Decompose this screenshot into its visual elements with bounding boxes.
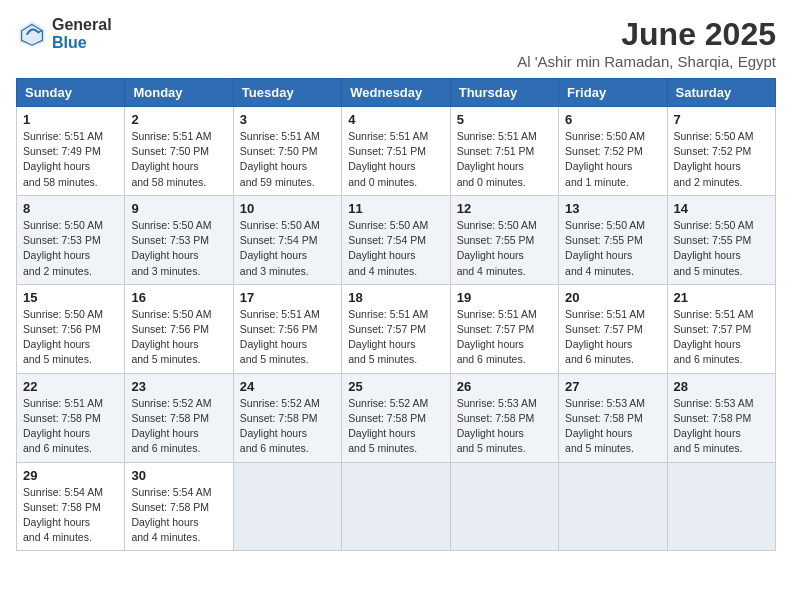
day-info: Sunrise: 5:51 AMSunset: 7:57 PMDaylight … <box>457 307 552 368</box>
day-cell <box>667 462 775 551</box>
week-row-3: 15 Sunrise: 5:50 AMSunset: 7:56 PMDaylig… <box>17 284 776 373</box>
day-info: Sunrise: 5:52 AMSunset: 7:58 PMDaylight … <box>348 396 443 457</box>
day-cell: 26 Sunrise: 5:53 AMSunset: 7:58 PMDaylig… <box>450 373 558 462</box>
header-cell-friday: Friday <box>559 79 667 107</box>
day-info: Sunrise: 5:53 AMSunset: 7:58 PMDaylight … <box>674 396 769 457</box>
day-cell <box>559 462 667 551</box>
day-info: Sunrise: 5:50 AMSunset: 7:56 PMDaylight … <box>131 307 226 368</box>
day-number: 15 <box>23 290 118 305</box>
day-info: Sunrise: 5:50 AMSunset: 7:52 PMDaylight … <box>674 129 769 190</box>
header-cell-tuesday: Tuesday <box>233 79 341 107</box>
day-cell: 9 Sunrise: 5:50 AMSunset: 7:53 PMDayligh… <box>125 195 233 284</box>
day-number: 20 <box>565 290 660 305</box>
header-cell-sunday: Sunday <box>17 79 125 107</box>
day-number: 1 <box>23 112 118 127</box>
day-number: 28 <box>674 379 769 394</box>
day-cell: 10 Sunrise: 5:50 AMSunset: 7:54 PMDaylig… <box>233 195 341 284</box>
header-row: SundayMondayTuesdayWednesdayThursdayFrid… <box>17 79 776 107</box>
day-number: 29 <box>23 468 118 483</box>
day-cell: 30 Sunrise: 5:54 AMSunset: 7:58 PMDaylig… <box>125 462 233 551</box>
day-cell: 11 Sunrise: 5:50 AMSunset: 7:54 PMDaylig… <box>342 195 450 284</box>
day-cell: 24 Sunrise: 5:52 AMSunset: 7:58 PMDaylig… <box>233 373 341 462</box>
day-info: Sunrise: 5:52 AMSunset: 7:58 PMDaylight … <box>131 396 226 457</box>
day-number: 30 <box>131 468 226 483</box>
day-info: Sunrise: 5:51 AMSunset: 7:57 PMDaylight … <box>348 307 443 368</box>
day-number: 8 <box>23 201 118 216</box>
day-cell: 27 Sunrise: 5:53 AMSunset: 7:58 PMDaylig… <box>559 373 667 462</box>
day-info: Sunrise: 5:51 AMSunset: 7:57 PMDaylight … <box>565 307 660 368</box>
location-title: Al 'Ashir min Ramadan, Sharqia, Egypt <box>517 53 776 70</box>
logo-blue: Blue <box>52 34 112 52</box>
day-info: Sunrise: 5:51 AMSunset: 7:51 PMDaylight … <box>457 129 552 190</box>
day-cell: 13 Sunrise: 5:50 AMSunset: 7:55 PMDaylig… <box>559 195 667 284</box>
header-cell-wednesday: Wednesday <box>342 79 450 107</box>
day-number: 25 <box>348 379 443 394</box>
day-info: Sunrise: 5:50 AMSunset: 7:55 PMDaylight … <box>457 218 552 279</box>
day-cell <box>342 462 450 551</box>
week-row-2: 8 Sunrise: 5:50 AMSunset: 7:53 PMDayligh… <box>17 195 776 284</box>
day-cell: 4 Sunrise: 5:51 AMSunset: 7:51 PMDayligh… <box>342 107 450 196</box>
logo-general: General <box>52 16 112 34</box>
calendar-table: SundayMondayTuesdayWednesdayThursdayFrid… <box>16 78 776 551</box>
day-number: 7 <box>674 112 769 127</box>
day-info: Sunrise: 5:50 AMSunset: 7:53 PMDaylight … <box>131 218 226 279</box>
logo: General Blue <box>16 16 112 51</box>
day-info: Sunrise: 5:53 AMSunset: 7:58 PMDaylight … <box>457 396 552 457</box>
day-cell: 1 Sunrise: 5:51 AMSunset: 7:49 PMDayligh… <box>17 107 125 196</box>
week-row-4: 22 Sunrise: 5:51 AMSunset: 7:58 PMDaylig… <box>17 373 776 462</box>
day-cell: 8 Sunrise: 5:50 AMSunset: 7:53 PMDayligh… <box>17 195 125 284</box>
day-info: Sunrise: 5:54 AMSunset: 7:58 PMDaylight … <box>131 485 226 546</box>
day-cell: 14 Sunrise: 5:50 AMSunset: 7:55 PMDaylig… <box>667 195 775 284</box>
day-cell: 2 Sunrise: 5:51 AMSunset: 7:50 PMDayligh… <box>125 107 233 196</box>
week-row-1: 1 Sunrise: 5:51 AMSunset: 7:49 PMDayligh… <box>17 107 776 196</box>
day-cell: 18 Sunrise: 5:51 AMSunset: 7:57 PMDaylig… <box>342 284 450 373</box>
day-number: 23 <box>131 379 226 394</box>
month-title: June 2025 <box>517 16 776 53</box>
day-info: Sunrise: 5:51 AMSunset: 7:57 PMDaylight … <box>674 307 769 368</box>
day-number: 11 <box>348 201 443 216</box>
day-cell: 29 Sunrise: 5:54 AMSunset: 7:58 PMDaylig… <box>17 462 125 551</box>
logo-text: General Blue <box>52 16 112 51</box>
week-row-5: 29 Sunrise: 5:54 AMSunset: 7:58 PMDaylig… <box>17 462 776 551</box>
day-number: 4 <box>348 112 443 127</box>
day-cell: 5 Sunrise: 5:51 AMSunset: 7:51 PMDayligh… <box>450 107 558 196</box>
day-number: 18 <box>348 290 443 305</box>
day-info: Sunrise: 5:50 AMSunset: 7:55 PMDaylight … <box>565 218 660 279</box>
day-info: Sunrise: 5:51 AMSunset: 7:58 PMDaylight … <box>23 396 118 457</box>
day-info: Sunrise: 5:51 AMSunset: 7:51 PMDaylight … <box>348 129 443 190</box>
day-number: 26 <box>457 379 552 394</box>
day-number: 10 <box>240 201 335 216</box>
day-cell: 20 Sunrise: 5:51 AMSunset: 7:57 PMDaylig… <box>559 284 667 373</box>
day-info: Sunrise: 5:50 AMSunset: 7:55 PMDaylight … <box>674 218 769 279</box>
day-info: Sunrise: 5:53 AMSunset: 7:58 PMDaylight … <box>565 396 660 457</box>
day-cell: 6 Sunrise: 5:50 AMSunset: 7:52 PMDayligh… <box>559 107 667 196</box>
day-info: Sunrise: 5:54 AMSunset: 7:58 PMDaylight … <box>23 485 118 546</box>
day-number: 13 <box>565 201 660 216</box>
day-number: 3 <box>240 112 335 127</box>
day-cell <box>450 462 558 551</box>
page-header: General Blue June 2025 Al 'Ashir min Ram… <box>16 16 776 70</box>
title-area: June 2025 Al 'Ashir min Ramadan, Sharqia… <box>517 16 776 70</box>
day-cell: 21 Sunrise: 5:51 AMSunset: 7:57 PMDaylig… <box>667 284 775 373</box>
day-number: 2 <box>131 112 226 127</box>
day-info: Sunrise: 5:51 AMSunset: 7:49 PMDaylight … <box>23 129 118 190</box>
day-number: 5 <box>457 112 552 127</box>
day-cell: 12 Sunrise: 5:50 AMSunset: 7:55 PMDaylig… <box>450 195 558 284</box>
day-number: 24 <box>240 379 335 394</box>
day-cell: 23 Sunrise: 5:52 AMSunset: 7:58 PMDaylig… <box>125 373 233 462</box>
day-number: 19 <box>457 290 552 305</box>
day-info: Sunrise: 5:51 AMSunset: 7:50 PMDaylight … <box>131 129 226 190</box>
day-number: 27 <box>565 379 660 394</box>
day-info: Sunrise: 5:50 AMSunset: 7:54 PMDaylight … <box>240 218 335 279</box>
day-info: Sunrise: 5:51 AMSunset: 7:56 PMDaylight … <box>240 307 335 368</box>
day-number: 6 <box>565 112 660 127</box>
logo-icon <box>16 18 48 50</box>
day-cell: 25 Sunrise: 5:52 AMSunset: 7:58 PMDaylig… <box>342 373 450 462</box>
day-cell: 19 Sunrise: 5:51 AMSunset: 7:57 PMDaylig… <box>450 284 558 373</box>
day-cell: 7 Sunrise: 5:50 AMSunset: 7:52 PMDayligh… <box>667 107 775 196</box>
day-number: 12 <box>457 201 552 216</box>
header-cell-thursday: Thursday <box>450 79 558 107</box>
day-info: Sunrise: 5:50 AMSunset: 7:52 PMDaylight … <box>565 129 660 190</box>
day-number: 16 <box>131 290 226 305</box>
header-cell-saturday: Saturday <box>667 79 775 107</box>
